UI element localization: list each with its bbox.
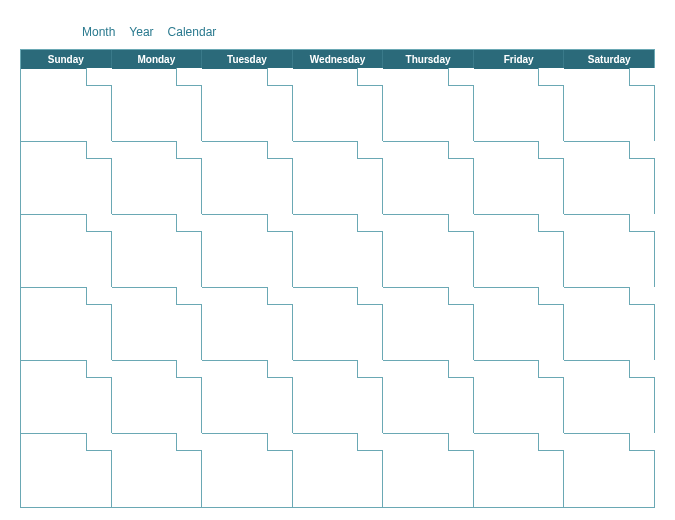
day-cell bbox=[564, 288, 654, 361]
day-cell bbox=[474, 142, 565, 215]
date-box bbox=[267, 68, 293, 86]
day-cell bbox=[21, 434, 112, 507]
date-box bbox=[267, 141, 293, 159]
day-cell bbox=[564, 434, 654, 507]
date-box bbox=[629, 141, 655, 159]
date-box bbox=[538, 68, 564, 86]
calendar-label: Calendar bbox=[168, 25, 217, 39]
date-box bbox=[267, 360, 293, 378]
year-label: Year bbox=[129, 25, 153, 39]
day-cell bbox=[112, 434, 203, 507]
week-row bbox=[21, 142, 654, 215]
day-cell bbox=[202, 361, 293, 434]
week-row bbox=[21, 361, 654, 434]
day-cell bbox=[474, 288, 565, 361]
day-cell bbox=[112, 215, 203, 288]
date-box bbox=[176, 360, 202, 378]
weekday-header: Monday bbox=[112, 50, 203, 69]
date-box bbox=[538, 141, 564, 159]
day-cell bbox=[202, 288, 293, 361]
date-box bbox=[357, 68, 383, 86]
day-cell bbox=[112, 69, 203, 142]
calendar-body bbox=[21, 69, 654, 507]
day-cell bbox=[112, 288, 203, 361]
date-box bbox=[176, 287, 202, 305]
day-cell bbox=[202, 142, 293, 215]
weekday-header: Friday bbox=[474, 50, 565, 69]
day-cell bbox=[293, 288, 384, 361]
day-cell bbox=[474, 69, 565, 142]
month-label: Month bbox=[82, 25, 115, 39]
day-cell bbox=[21, 288, 112, 361]
day-cell bbox=[383, 142, 474, 215]
day-cell bbox=[293, 69, 384, 142]
day-cell bbox=[202, 215, 293, 288]
date-box bbox=[538, 214, 564, 232]
day-cell bbox=[564, 69, 654, 142]
weekday-header: Thursday bbox=[383, 50, 474, 69]
day-cell bbox=[474, 434, 565, 507]
date-box bbox=[176, 68, 202, 86]
date-box bbox=[448, 433, 474, 451]
day-cell bbox=[112, 361, 203, 434]
day-cell bbox=[383, 434, 474, 507]
weekday-header: Wednesday bbox=[293, 50, 384, 69]
day-cell bbox=[564, 361, 654, 434]
day-cell bbox=[293, 434, 384, 507]
date-box bbox=[538, 433, 564, 451]
date-box bbox=[267, 433, 293, 451]
date-box bbox=[267, 287, 293, 305]
day-cell bbox=[383, 288, 474, 361]
weekday-header-row: Sunday Monday Tuesday Wednesday Thursday… bbox=[21, 50, 654, 69]
date-box bbox=[86, 68, 112, 86]
date-box bbox=[448, 360, 474, 378]
date-box bbox=[176, 433, 202, 451]
weekday-header: Sunday bbox=[21, 50, 112, 69]
date-box bbox=[357, 214, 383, 232]
day-cell bbox=[383, 69, 474, 142]
date-box bbox=[86, 214, 112, 232]
day-cell bbox=[564, 142, 654, 215]
calendar-title: Month Year Calendar bbox=[82, 25, 655, 39]
day-cell bbox=[293, 215, 384, 288]
date-box bbox=[629, 433, 655, 451]
day-cell bbox=[112, 142, 203, 215]
date-box bbox=[357, 287, 383, 305]
date-box bbox=[629, 214, 655, 232]
date-box bbox=[538, 287, 564, 305]
date-box bbox=[448, 214, 474, 232]
day-cell bbox=[383, 215, 474, 288]
date-box bbox=[357, 433, 383, 451]
week-row bbox=[21, 288, 654, 361]
calendar-grid: Sunday Monday Tuesday Wednesday Thursday… bbox=[20, 49, 655, 508]
day-cell bbox=[293, 361, 384, 434]
date-box bbox=[357, 360, 383, 378]
day-cell bbox=[474, 215, 565, 288]
day-cell bbox=[202, 69, 293, 142]
day-cell bbox=[21, 361, 112, 434]
day-cell bbox=[474, 361, 565, 434]
day-cell bbox=[293, 142, 384, 215]
weekday-header: Saturday bbox=[564, 50, 654, 69]
day-cell bbox=[383, 361, 474, 434]
date-box bbox=[357, 141, 383, 159]
date-box bbox=[86, 360, 112, 378]
date-box bbox=[176, 214, 202, 232]
date-box bbox=[267, 214, 293, 232]
date-box bbox=[538, 360, 564, 378]
date-box bbox=[86, 433, 112, 451]
date-box bbox=[448, 287, 474, 305]
weekday-header: Tuesday bbox=[202, 50, 293, 69]
day-cell bbox=[564, 215, 654, 288]
day-cell bbox=[21, 142, 112, 215]
date-box bbox=[629, 68, 655, 86]
date-box bbox=[448, 68, 474, 86]
day-cell bbox=[21, 69, 112, 142]
week-row bbox=[21, 215, 654, 288]
date-box bbox=[86, 141, 112, 159]
week-row bbox=[21, 69, 654, 142]
date-box bbox=[86, 287, 112, 305]
day-cell bbox=[202, 434, 293, 507]
date-box bbox=[176, 141, 202, 159]
date-box bbox=[448, 141, 474, 159]
